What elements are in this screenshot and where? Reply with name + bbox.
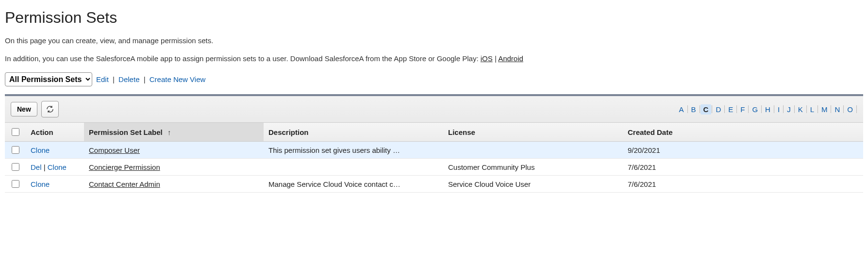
row-created-date-cell: 7/6/2021	[623, 159, 863, 176]
alpha-letter-m[interactable]: M	[818, 104, 831, 115]
divider	[818, 105, 818, 113]
divider	[856, 105, 857, 113]
divider	[687, 105, 688, 113]
table-row: Del | CloneConcierge PermissionCustomer …	[5, 159, 863, 176]
header-license[interactable]: License	[443, 123, 623, 142]
table-header-row: Action Permission Set Label ↑ Descriptio…	[5, 123, 863, 142]
row-checkbox-cell	[5, 142, 26, 159]
clone-link[interactable]: Clone	[48, 163, 67, 171]
divider	[774, 105, 774, 113]
alpha-letter-e[interactable]: E	[725, 104, 736, 115]
ios-link[interactable]: iOS	[481, 54, 493, 63]
alpha-letter-j[interactable]: J	[784, 104, 794, 115]
divider	[831, 105, 831, 113]
row-checkbox-cell	[5, 159, 26, 176]
divider	[783, 105, 784, 113]
permission-set-link[interactable]: Composer User	[89, 146, 140, 154]
header-action[interactable]: Action	[26, 123, 84, 142]
row-license-cell: Service Cloud Voice User	[443, 176, 623, 193]
divider	[700, 105, 700, 113]
intro-text-2: In addition, you can use the SalesforceA…	[5, 54, 863, 63]
intro-text-2-pre: In addition, you can use the SalesforceA…	[5, 54, 481, 63]
select-all-checkbox[interactable]	[12, 128, 19, 136]
delete-view-link[interactable]: Delete	[118, 75, 139, 83]
refresh-button[interactable]	[41, 101, 59, 117]
row-description-cell: Manage Service Cloud Voice contact c…	[264, 176, 443, 193]
header-label[interactable]: Permission Set Label ↑	[84, 123, 264, 142]
intro-text-1: On this page you can create, view, and m…	[5, 36, 863, 45]
separator: |	[42, 163, 48, 171]
alpha-letter-g[interactable]: G	[749, 104, 761, 115]
android-link[interactable]: Android	[498, 54, 523, 63]
permission-sets-table: Action Permission Set Label ↑ Descriptio…	[5, 123, 863, 193]
list-toolbar: New ABCDEFGHIJKLMNO	[5, 96, 863, 123]
clone-link[interactable]: Clone	[31, 180, 50, 188]
alpha-letter-a[interactable]: A	[676, 104, 687, 115]
alpha-letter-i[interactable]: I	[775, 104, 783, 115]
row-created-date-cell: 7/6/2021	[623, 176, 863, 193]
row-license-cell: Customer Community Plus	[443, 159, 623, 176]
alpha-letter-d[interactable]: D	[713, 104, 724, 115]
header-checkbox-cell	[5, 123, 26, 142]
divider	[712, 105, 712, 113]
divider	[724, 105, 725, 113]
row-action-cell: Clone	[26, 142, 84, 159]
row-action-cell: Del | Clone	[26, 159, 84, 176]
header-label-text: Permission Set Label	[89, 128, 163, 136]
edit-view-link[interactable]: Edit	[96, 75, 109, 83]
divider	[806, 105, 807, 113]
row-label-cell: Composer User	[84, 142, 264, 159]
separator: |	[144, 75, 146, 83]
alpha-letter-h[interactable]: H	[762, 104, 773, 115]
refresh-icon	[46, 105, 54, 114]
row-created-date-cell: 9/20/2021	[623, 142, 863, 159]
row-label-cell: Concierge Permission	[84, 159, 264, 176]
alpha-letter-b[interactable]: B	[688, 104, 699, 115]
permission-set-link[interactable]: Contact Center Admin	[89, 180, 160, 188]
row-label-cell: Contact Center Admin	[84, 176, 264, 193]
alpha-letter-c[interactable]: C	[701, 104, 712, 115]
header-description[interactable]: Description	[264, 123, 443, 142]
table-row: CloneComposer UserThis permission set gi…	[5, 142, 863, 159]
list-container: New ABCDEFGHIJKLMNO	[5, 94, 863, 193]
clone-link[interactable]: Clone	[31, 146, 50, 154]
sort-ascending-icon: ↑	[167, 128, 171, 136]
alpha-letter-l[interactable]: L	[807, 104, 817, 115]
divider	[843, 105, 844, 113]
view-controls: All Permission Sets Edit | Delete | Crea…	[5, 72, 863, 86]
row-license-cell	[443, 142, 623, 159]
row-description-cell: This permission set gives users ability …	[264, 142, 443, 159]
page-title: Permission Sets	[5, 9, 863, 27]
alpha-letter-k[interactable]: K	[795, 104, 806, 115]
row-checkbox-cell	[5, 176, 26, 193]
divider	[736, 105, 737, 113]
alpha-filter: ABCDEFGHIJKLMNO	[676, 104, 857, 115]
alpha-letter-n[interactable]: N	[832, 104, 843, 115]
row-description-cell	[264, 159, 443, 176]
divider	[794, 105, 795, 113]
divider	[748, 105, 749, 113]
alpha-letter-o[interactable]: O	[844, 104, 856, 115]
link-separator: |	[493, 54, 498, 63]
alpha-letter-f[interactable]: F	[737, 104, 748, 115]
view-links: Edit | Delete | Create New View	[96, 75, 205, 83]
row-checkbox[interactable]	[12, 180, 19, 188]
separator: |	[113, 75, 115, 83]
row-checkbox[interactable]	[12, 163, 19, 171]
divider	[761, 105, 762, 113]
table-row: CloneContact Center AdminManage Service …	[5, 176, 863, 193]
header-created-date[interactable]: Created Date	[623, 123, 863, 142]
permission-set-link[interactable]: Concierge Permission	[89, 163, 160, 171]
row-checkbox[interactable]	[12, 146, 19, 154]
del-link[interactable]: Del	[31, 163, 42, 171]
view-select[interactable]: All Permission Sets	[5, 72, 92, 86]
new-button[interactable]: New	[11, 102, 37, 116]
row-action-cell: Clone	[26, 176, 84, 193]
create-new-view-link[interactable]: Create New View	[150, 75, 206, 83]
